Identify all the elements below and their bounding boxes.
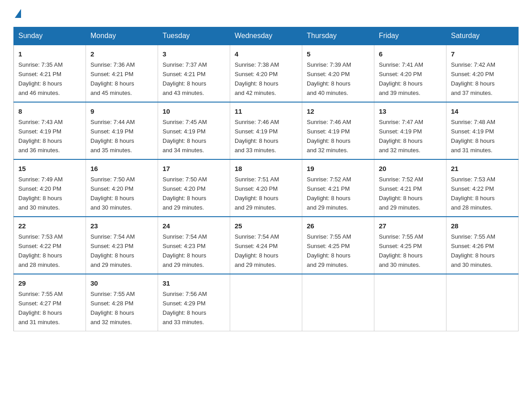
calendar-cell [446,274,519,331]
day-info: Sunrise: 7:54 AMSunset: 4:23 PMDaylight:… [163,233,207,268]
calendar-cell: 25 Sunrise: 7:54 AMSunset: 4:24 PMDaylig… [230,217,302,274]
day-info: Sunrise: 7:42 AMSunset: 4:20 PMDaylight:… [451,61,495,96]
day-info: Sunrise: 7:36 AMSunset: 4:21 PMDaylight:… [90,61,135,96]
day-number: 2 [90,49,153,59]
day-info: Sunrise: 7:53 AMSunset: 4:22 PMDaylight:… [451,176,495,211]
header [13,9,519,19]
day-info: Sunrise: 7:39 AMSunset: 4:20 PMDaylight:… [307,61,351,96]
day-info: Sunrise: 7:54 AMSunset: 4:24 PMDaylight:… [235,233,279,268]
calendar-cell: 22 Sunrise: 7:53 AMSunset: 4:22 PMDaylig… [14,217,86,274]
day-number: 4 [235,49,297,59]
calendar-cell: 1 Sunrise: 7:35 AMSunset: 4:21 PMDayligh… [14,45,86,102]
calendar-cell: 13 Sunrise: 7:47 AMSunset: 4:19 PMDaylig… [374,102,446,159]
day-number: 13 [379,106,442,116]
day-number: 18 [235,163,297,174]
day-info: Sunrise: 7:44 AMSunset: 4:19 PMDaylight:… [90,119,135,154]
calendar-cell: 5 Sunrise: 7:39 AMSunset: 4:20 PMDayligh… [302,45,374,102]
weekday-header-wednesday: Wednesday [230,27,302,45]
calendar-cell: 4 Sunrise: 7:38 AMSunset: 4:20 PMDayligh… [230,45,302,102]
logo [13,9,21,19]
weekday-header-saturday: Saturday [446,27,519,45]
weekday-header-thursday: Thursday [302,27,374,45]
day-number: 25 [235,221,297,231]
calendar-cell: 10 Sunrise: 7:45 AMSunset: 4:19 PMDaylig… [158,102,230,159]
day-number: 21 [451,163,514,174]
weekday-header-tuesday: Tuesday [158,27,230,45]
day-info: Sunrise: 7:46 AMSunset: 4:19 PMDaylight:… [235,119,279,154]
calendar-cell: 9 Sunrise: 7:44 AMSunset: 4:19 PMDayligh… [86,102,158,159]
calendar-cell: 7 Sunrise: 7:42 AMSunset: 4:20 PMDayligh… [446,45,519,102]
calendar-cell: 8 Sunrise: 7:43 AMSunset: 4:19 PMDayligh… [14,102,86,159]
day-number: 26 [307,221,369,231]
day-number: 27 [379,221,442,231]
day-info: Sunrise: 7:35 AMSunset: 4:21 PMDaylight:… [18,61,63,96]
day-number: 22 [18,221,81,231]
day-number: 28 [451,221,514,231]
calendar-cell: 17 Sunrise: 7:50 AMSunset: 4:20 PMDaylig… [158,159,230,217]
calendar-cell: 31 Sunrise: 7:56 AMSunset: 4:29 PMDaylig… [158,274,230,331]
calendar-cell: 29 Sunrise: 7:55 AMSunset: 4:27 PMDaylig… [14,274,86,331]
day-info: Sunrise: 7:55 AMSunset: 4:27 PMDaylight:… [18,291,63,325]
calendar-cell [230,274,302,331]
calendar-cell: 28 Sunrise: 7:55 AMSunset: 4:26 PMDaylig… [446,217,519,274]
day-info: Sunrise: 7:50 AMSunset: 4:20 PMDaylight:… [90,176,135,211]
calendar-cell: 30 Sunrise: 7:55 AMSunset: 4:28 PMDaylig… [86,274,158,331]
logo-triangle-icon [15,9,21,18]
calendar-cell: 18 Sunrise: 7:51 AMSunset: 4:20 PMDaylig… [230,159,302,217]
calendar-cell: 19 Sunrise: 7:52 AMSunset: 4:21 PMDaylig… [302,159,374,217]
day-number: 1 [18,49,81,59]
weekday-header-monday: Monday [86,27,158,45]
day-number: 7 [451,49,514,59]
calendar-cell: 24 Sunrise: 7:54 AMSunset: 4:23 PMDaylig… [158,217,230,274]
day-number: 9 [90,106,153,116]
calendar-cell: 14 Sunrise: 7:48 AMSunset: 4:19 PMDaylig… [446,102,519,159]
calendar-cell: 15 Sunrise: 7:49 AMSunset: 4:20 PMDaylig… [14,159,86,217]
calendar-cell: 11 Sunrise: 7:46 AMSunset: 4:19 PMDaylig… [230,102,302,159]
day-info: Sunrise: 7:52 AMSunset: 4:21 PMDaylight:… [307,176,351,211]
calendar-cell: 2 Sunrise: 7:36 AMSunset: 4:21 PMDayligh… [86,45,158,102]
day-info: Sunrise: 7:47 AMSunset: 4:19 PMDaylight:… [379,119,423,154]
calendar-cell: 20 Sunrise: 7:52 AMSunset: 4:21 PMDaylig… [374,159,446,217]
day-number: 17 [163,163,225,174]
day-info: Sunrise: 7:46 AMSunset: 4:19 PMDaylight:… [307,119,351,154]
calendar-cell: 16 Sunrise: 7:50 AMSunset: 4:20 PMDaylig… [86,159,158,217]
day-number: 8 [18,106,81,116]
day-number: 12 [307,106,369,116]
day-info: Sunrise: 7:55 AMSunset: 4:25 PMDaylight:… [307,233,351,268]
day-info: Sunrise: 7:43 AMSunset: 4:19 PMDaylight:… [18,119,63,154]
week-row-2: 8 Sunrise: 7:43 AMSunset: 4:19 PMDayligh… [14,102,519,159]
day-number: 10 [163,106,225,116]
weekday-header-sunday: Sunday [14,27,86,45]
week-row-4: 22 Sunrise: 7:53 AMSunset: 4:22 PMDaylig… [14,217,519,274]
weekday-header-friday: Friday [374,27,446,45]
day-number: 14 [451,106,514,116]
weekday-header-row: SundayMondayTuesdayWednesdayThursdayFrid… [14,27,519,45]
day-number: 24 [163,221,225,231]
day-info: Sunrise: 7:54 AMSunset: 4:23 PMDaylight:… [90,233,135,268]
calendar-cell: 6 Sunrise: 7:41 AMSunset: 4:20 PMDayligh… [374,45,446,102]
calendar-cell: 27 Sunrise: 7:55 AMSunset: 4:25 PMDaylig… [374,217,446,274]
day-info: Sunrise: 7:41 AMSunset: 4:20 PMDaylight:… [379,61,423,96]
day-info: Sunrise: 7:38 AMSunset: 4:20 PMDaylight:… [235,61,279,96]
calendar-cell: 3 Sunrise: 7:37 AMSunset: 4:21 PMDayligh… [158,45,230,102]
day-number: 15 [18,163,81,174]
day-info: Sunrise: 7:51 AMSunset: 4:20 PMDaylight:… [235,176,279,211]
day-number: 11 [235,106,297,116]
day-number: 6 [379,49,442,59]
calendar-cell [374,274,446,331]
day-info: Sunrise: 7:55 AMSunset: 4:25 PMDaylight:… [379,233,423,268]
day-number: 16 [90,163,153,174]
day-number: 30 [90,278,153,288]
week-row-1: 1 Sunrise: 7:35 AMSunset: 4:21 PMDayligh… [14,45,519,102]
day-info: Sunrise: 7:50 AMSunset: 4:20 PMDaylight:… [163,176,207,211]
day-number: 19 [307,163,369,174]
day-info: Sunrise: 7:48 AMSunset: 4:19 PMDaylight:… [451,119,495,154]
day-number: 5 [307,49,369,59]
calendar-cell: 21 Sunrise: 7:53 AMSunset: 4:22 PMDaylig… [446,159,519,217]
day-info: Sunrise: 7:55 AMSunset: 4:26 PMDaylight:… [451,233,495,268]
day-number: 3 [163,49,225,59]
day-info: Sunrise: 7:37 AMSunset: 4:21 PMDaylight:… [163,61,207,96]
calendar-cell: 26 Sunrise: 7:55 AMSunset: 4:25 PMDaylig… [302,217,374,274]
week-row-3: 15 Sunrise: 7:49 AMSunset: 4:20 PMDaylig… [14,159,519,217]
calendar-cell [302,274,374,331]
